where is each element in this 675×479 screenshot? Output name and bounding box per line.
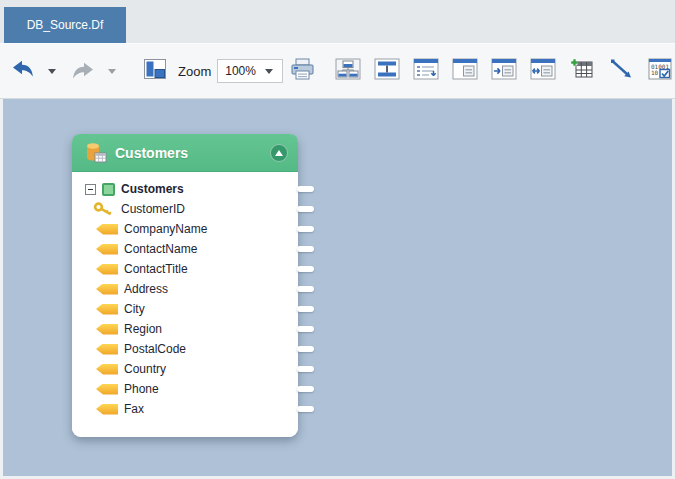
connection-port[interactable] <box>297 386 314 392</box>
undo-button[interactable] <box>8 54 38 88</box>
align-beam-icon <box>374 58 400 84</box>
column-icon <box>96 324 118 335</box>
key-icon <box>93 202 115 216</box>
undo-dropdown-button[interactable] <box>38 54 68 88</box>
chevron-up-icon <box>275 150 283 156</box>
field-label: Fax <box>124 402 144 416</box>
field-label: ContactName <box>124 242 197 256</box>
chevron-down-icon <box>265 69 273 74</box>
tree-item-field[interactable]: ContactName <box>72 239 298 259</box>
page-setup-button[interactable] <box>140 54 170 88</box>
show-details-button[interactable] <box>411 54 441 88</box>
panel-icon <box>452 58 478 84</box>
tab-db-source[interactable]: DB_Source.Df <box>4 7 126 43</box>
tree-item-field[interactable]: Country <box>72 359 298 379</box>
dock-panel-button[interactable] <box>489 54 519 88</box>
add-relation-button[interactable] <box>606 54 636 88</box>
side-panel-button[interactable] <box>450 54 480 88</box>
column-icon <box>96 264 118 275</box>
tree-item-field[interactable]: Fax <box>72 399 298 419</box>
org-chart-icon <box>335 58 361 84</box>
collapse-entity-button[interactable] <box>270 144 288 162</box>
add-table-icon <box>570 58 594 84</box>
connection-port[interactable] <box>297 326 314 332</box>
toolbar: Zoom 100% <box>0 43 675 99</box>
tree-item-field[interactable]: PostalCode <box>72 339 298 359</box>
binary-text-line2: 10 <box>651 69 659 76</box>
field-label: Country <box>124 362 166 376</box>
undo-icon <box>11 60 35 82</box>
tree-item-table-root[interactable]: Customers <box>72 179 298 199</box>
entity-card-customers[interactable]: Customers Customers <box>72 134 298 437</box>
details-list-icon <box>413 58 439 84</box>
page-setup-icon <box>143 58 167 84</box>
document-tabbar: DB_Source.Df <box>0 0 675 43</box>
connection-port[interactable] <box>297 306 314 312</box>
table-icon <box>102 183 115 196</box>
column-icon <box>96 224 118 235</box>
tree-item-field[interactable]: CustomerID <box>72 199 298 219</box>
zoom-select[interactable]: 100% <box>217 59 283 83</box>
connection-port[interactable] <box>297 206 314 212</box>
connection-port[interactable] <box>297 286 314 292</box>
column-icon <box>96 244 118 255</box>
field-label: PostalCode <box>124 342 186 356</box>
data-check-icon: 01001 10 <box>648 58 672 84</box>
entity-field-list: Customers CustomerID <box>72 172 298 437</box>
tree-item-field[interactable]: Phone <box>72 379 298 399</box>
redo-button[interactable] <box>68 54 98 88</box>
redo-dropdown-button[interactable] <box>98 54 128 88</box>
chevron-down-icon <box>108 69 116 74</box>
diagram-tools-group: 01001 10 <box>333 54 675 88</box>
connection-port[interactable] <box>297 246 314 252</box>
print-button[interactable] <box>287 54 317 88</box>
column-icon <box>96 404 118 415</box>
redo-icon <box>71 62 95 80</box>
data-preview-button[interactable]: 01001 10 <box>645 54 675 88</box>
tree-item-field[interactable]: Address <box>72 279 298 299</box>
field-label: Address <box>124 282 168 296</box>
connection-port[interactable] <box>297 346 314 352</box>
field-label: Region <box>124 322 162 336</box>
entity-title: Customers <box>115 145 270 161</box>
auto-layout-button[interactable] <box>333 54 363 88</box>
column-icon <box>96 384 118 395</box>
field-label: CustomerID <box>121 202 185 216</box>
connection-port[interactable] <box>297 186 314 192</box>
expand-panel-button[interactable] <box>528 54 558 88</box>
column-icon <box>96 344 118 355</box>
column-icon <box>96 364 118 375</box>
database-table-icon <box>84 142 107 163</box>
connection-port[interactable] <box>297 406 314 412</box>
field-label: ContactTitle <box>124 262 188 276</box>
field-label: City <box>124 302 145 316</box>
field-label: Phone <box>124 382 159 396</box>
panel-double-arrow-icon <box>530 58 556 84</box>
relation-line-icon <box>608 57 634 85</box>
zoom-label: Zoom <box>178 64 211 79</box>
chevron-down-icon <box>48 69 56 74</box>
tree-collapse-icon[interactable] <box>85 184 96 195</box>
designer-window: DB_Source.Df Zoom <box>0 0 675 479</box>
tree-item-field[interactable]: Region <box>72 319 298 339</box>
connection-port[interactable] <box>297 366 314 372</box>
align-layout-button[interactable] <box>372 54 402 88</box>
tab-label: DB_Source.Df <box>27 18 104 32</box>
connection-port[interactable] <box>297 266 314 272</box>
column-icon <box>96 284 118 295</box>
field-label: CompanyName <box>124 222 207 236</box>
add-table-button[interactable] <box>567 54 597 88</box>
printer-icon <box>290 58 315 84</box>
diagram-canvas[interactable]: Customers Customers <box>0 99 675 479</box>
tree-item-field[interactable]: City <box>72 299 298 319</box>
tree-item-field[interactable]: ContactTitle <box>72 259 298 279</box>
tree-item-field[interactable]: CompanyName <box>72 219 298 239</box>
tree-item-label: Customers <box>121 182 184 196</box>
entity-header[interactable]: Customers <box>72 134 298 172</box>
panel-arrow-icon <box>491 58 517 84</box>
connection-port[interactable] <box>297 226 314 232</box>
zoom-value: 100% <box>225 64 259 78</box>
column-icon <box>96 304 118 315</box>
